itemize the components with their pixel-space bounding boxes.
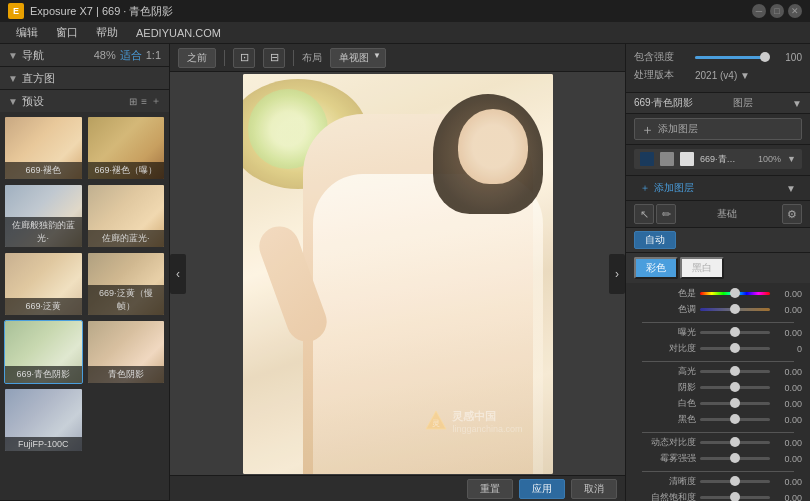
section-divider-2 <box>634 358 802 365</box>
layer-item-1[interactable]: 669·青… 100% ▼ <box>634 149 802 169</box>
window-controls[interactable]: ─ □ ✕ <box>752 4 802 18</box>
presets-container: 669·褪色 669·褪色（曝） 佐廊般独韵的蓝光· <box>0 112 169 500</box>
slider-track-vibrance[interactable] <box>700 496 770 499</box>
slider-value-highlights: 0.00 <box>774 367 802 377</box>
cursor-tool-btn[interactable]: ↖ <box>634 204 654 224</box>
nav-header[interactable]: ▼ 导航 48% 适合 1:1 <box>0 44 169 66</box>
slider-track-clarity[interactable] <box>700 480 770 483</box>
preset-item-8[interactable]: 青色阴影 <box>87 320 166 384</box>
next-photo-button[interactable]: › <box>609 254 625 294</box>
bw-tab[interactable]: 黑白 <box>680 257 724 279</box>
layers-section: 669·青… 100% ▼ <box>626 145 810 176</box>
eyedropper-tool-btn[interactable]: ✏ <box>656 204 676 224</box>
presets-header[interactable]: ▼ 预设 ⊞ ≡ ＋ <box>0 90 169 112</box>
slider-track-tone[interactable] <box>700 308 770 311</box>
include-strength-fill <box>695 56 768 59</box>
before-button[interactable]: 之前 <box>178 48 216 68</box>
slider-track-hue[interactable] <box>700 292 770 295</box>
list-icon[interactable]: ≡ <box>141 96 147 107</box>
auto-btn[interactable]: 自动 <box>634 231 676 249</box>
preset-item-3[interactable]: 佐廊般独韵的蓝光· <box>4 184 83 248</box>
add-layer-label: 添加图层 <box>658 122 698 136</box>
process-value[interactable]: 2021 (v4) ▼ <box>695 70 802 81</box>
menu-window[interactable]: 窗口 <box>48 23 86 42</box>
toolbar-sep-2 <box>293 50 294 66</box>
add-layer-btn[interactable]: ＋ 添加图层 <box>634 118 802 140</box>
include-strength-thumb <box>760 52 770 62</box>
main-photo: 灵 灵感中国 lingganchina.com <box>243 74 553 474</box>
preset-thumb-6: 669·泛黄（慢帧） <box>88 253 165 315</box>
preset-item-4[interactable]: 佐廊的蓝光· <box>87 184 166 248</box>
cancel-button[interactable]: 取消 <box>571 479 617 499</box>
slider-row-whites: 白色 0.00 <box>634 397 802 410</box>
slider-row-exposure: 曝光 0.00 <box>634 326 802 339</box>
add-preset-icon[interactable]: ＋ <box>151 94 161 108</box>
include-strength-value: 100 <box>774 52 802 63</box>
menu-website[interactable]: AEDIYUAN.COM <box>128 25 229 41</box>
layout-label: 布局 <box>302 51 322 65</box>
view-dropdown[interactable]: 单视图 ▼ <box>330 48 386 68</box>
preset-thumb-7: 669·青色阴影 <box>5 321 82 383</box>
prev-photo-button[interactable]: ‹ <box>170 254 186 294</box>
presets-collapse-icon: ▼ <box>8 96 18 107</box>
slider-value-hue: 0.00 <box>774 289 802 299</box>
slider-value-whites: 0.00 <box>774 399 802 409</box>
slider-label-shadows: 阴影 <box>634 381 696 394</box>
title-bar: E Exposure X7 | 669 · 青色阴影 ─ □ ✕ <box>0 0 810 22</box>
slider-track-exposure[interactable] <box>700 331 770 334</box>
slider-track-haze[interactable] <box>700 457 770 460</box>
close-button[interactable]: ✕ <box>788 4 802 18</box>
slider-track-blacks[interactable] <box>700 418 770 421</box>
preset-label-5: 669·泛黄 <box>5 298 82 315</box>
layer-name-1: 669·青… <box>700 153 752 166</box>
preset-item-6[interactable]: 669·泛黄（慢帧） <box>87 252 166 316</box>
add-layer-btn-2[interactable]: ＋ 添加图层 ▼ <box>634 179 802 197</box>
color-tab[interactable]: 彩色 <box>634 257 678 279</box>
grid-icon[interactable]: ⊞ <box>129 96 137 107</box>
tools-icons-left: ↖ ✏ <box>634 204 676 224</box>
include-strength-track[interactable] <box>695 56 768 59</box>
preset-thumb-9: FujiFP-100C <box>5 389 82 451</box>
section-divider-4 <box>634 468 802 475</box>
presets-title: 预设 <box>22 94 125 109</box>
layer-color-1 <box>640 152 654 166</box>
slider-track-whites[interactable] <box>700 402 770 405</box>
strength-section: 包含强度 100 处理版本 2021 (v4) ▼ <box>626 44 810 93</box>
slider-thumb-contrast <box>730 343 740 353</box>
preset-item-7[interactable]: 669·青色阴影 <box>4 320 83 384</box>
nav-fit-value[interactable]: 适合 <box>120 48 142 63</box>
process-version-row: 处理版本 2021 (v4) ▼ <box>634 68 802 82</box>
preset-item-9[interactable]: FujiFP-100C <box>4 388 83 452</box>
apply-button[interactable]: 应用 <box>519 479 565 499</box>
crop-icon-btn[interactable]: ⊡ <box>233 48 255 68</box>
layer-dropdown-btn-1[interactable]: ▼ <box>787 154 796 164</box>
slider-value-clarity: 0.00 <box>774 477 802 487</box>
minimize-button[interactable]: ─ <box>752 4 766 18</box>
menu-edit[interactable]: 编辑 <box>8 23 46 42</box>
window-title: Exposure X7 | 669 · 青色阴影 <box>30 4 173 19</box>
view-label: 单视图 <box>339 52 369 63</box>
preset-thumb-4: 佐廊的蓝光· <box>88 185 165 247</box>
slider-row-dynamic-contrast: 动态对比度 0.00 <box>634 436 802 449</box>
tools-row: ↖ ✏ 基础 ⚙ <box>626 201 810 228</box>
histogram-header[interactable]: ▼ 直方图 <box>0 67 169 89</box>
add-layer-label-2: 添加图层 <box>654 181 694 195</box>
histogram-title: 直方图 <box>22 71 161 86</box>
layers-expand-btn[interactable]: ▼ <box>792 98 802 109</box>
preset-label-2: 669·褪色（曝） <box>88 162 165 179</box>
slider-track-highlights[interactable] <box>700 370 770 373</box>
menu-help[interactable]: 帮助 <box>88 23 126 42</box>
slider-track-dynamic-contrast[interactable] <box>700 441 770 444</box>
slider-track-contrast[interactable] <box>700 347 770 350</box>
maximize-button[interactable]: □ <box>770 4 784 18</box>
preset-label-1: 669·褪色 <box>5 162 82 179</box>
preset-item-5[interactable]: 669·泛黄 <box>4 252 83 316</box>
preset-item-2[interactable]: 669·褪色（曝） <box>87 116 166 180</box>
include-strength-label: 包含强度 <box>634 50 689 64</box>
reset-button[interactable]: 重置 <box>467 479 513 499</box>
preset-item-1[interactable]: 669·褪色 <box>4 116 83 180</box>
slider-track-shadows[interactable] <box>700 386 770 389</box>
wrench-tool-btn[interactable]: ⚙ <box>782 204 802 224</box>
compare-icon-btn[interactable]: ⊟ <box>263 48 285 68</box>
slider-value-exposure: 0.00 <box>774 328 802 338</box>
